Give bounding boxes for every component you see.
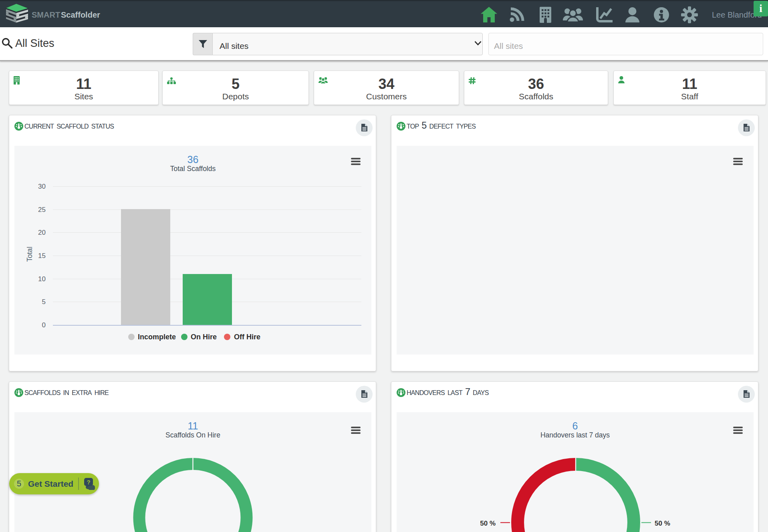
svg-text:?: ? (87, 479, 90, 486)
